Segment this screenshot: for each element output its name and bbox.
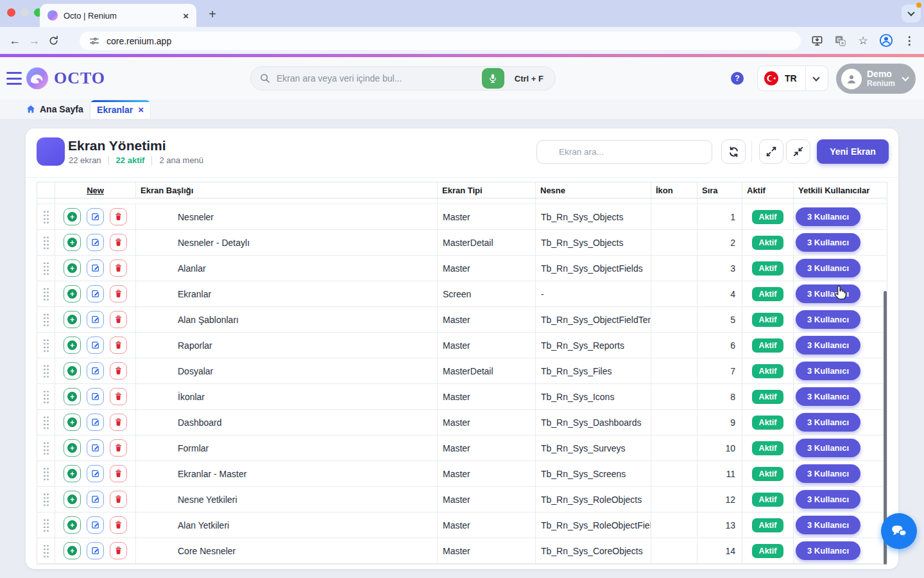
table-row[interactable]: + Dashboard Master Tb_Rn_Sys_Dashboards … (37, 410, 887, 435)
translate-icon[interactable]: G a (832, 32, 848, 49)
users-button[interactable]: 3 Kullanıcı (796, 516, 860, 534)
add-row-button[interactable]: + (64, 259, 81, 277)
edit-row-button[interactable] (87, 259, 104, 277)
new-screen-button[interactable]: Yeni Ekran (817, 139, 889, 164)
users-button[interactable]: 3 Kullanıcı (796, 285, 860, 303)
drag-handle-icon[interactable] (43, 544, 49, 558)
drag-handle-icon[interactable] (43, 338, 49, 353)
users-button[interactable]: 3 Kullanıcı (796, 310, 860, 329)
delete-row-button[interactable] (110, 234, 127, 251)
add-row-button[interactable]: + (64, 388, 81, 405)
add-row-button[interactable]: + (64, 491, 81, 508)
delete-row-button[interactable] (110, 208, 127, 225)
tab-close-icon[interactable]: × (138, 104, 144, 115)
table-row[interactable]: + Formlar Master Tb_Rn_Sys_Surveys 10 (37, 435, 887, 461)
delete-row-button[interactable] (110, 465, 127, 482)
drag-handle-icon[interactable] (43, 287, 49, 301)
browser-profile-avatar[interactable] (878, 32, 894, 49)
active-badge[interactable]: Aktif (752, 261, 784, 276)
edit-row-button[interactable] (87, 337, 104, 354)
active-badge[interactable]: Aktif (752, 338, 784, 353)
delete-row-button[interactable] (110, 259, 127, 277)
delete-row-button[interactable] (110, 491, 127, 508)
install-app-icon[interactable] (809, 32, 825, 49)
users-button[interactable]: 3 Kullanıcı (796, 413, 860, 432)
reload-button[interactable] (44, 31, 63, 50)
active-badge[interactable]: Aktif (752, 544, 784, 558)
address-bar[interactable]: core.renium.app (80, 31, 801, 50)
edit-row-button[interactable] (87, 311, 104, 328)
drag-handle-icon[interactable] (43, 493, 49, 507)
drag-handle-icon[interactable] (43, 261, 49, 276)
add-row-button[interactable]: + (64, 362, 81, 380)
users-button[interactable]: 3 Kullanıcı (796, 336, 860, 355)
drag-handle-icon[interactable] (43, 441, 49, 455)
collapse-button[interactable] (786, 139, 810, 164)
table-row[interactable]: + Ekranlar - Master Master Tb_Rn_Sys_Scr… (37, 461, 887, 487)
add-row-button[interactable]: + (64, 285, 81, 302)
hamburger-menu-icon[interactable] (6, 72, 22, 85)
users-button[interactable]: 3 Kullanıcı (796, 439, 860, 457)
delete-row-button[interactable] (110, 516, 127, 534)
drag-handle-icon[interactable] (43, 518, 49, 532)
users-button[interactable]: 3 Kullanıcı (796, 362, 860, 380)
add-row-button[interactable]: + (64, 337, 81, 354)
language-selector[interactable]: TR (757, 66, 828, 91)
new-tab-button[interactable]: + (204, 6, 221, 22)
user-profile-button[interactable]: Demo Renium (836, 64, 916, 94)
edit-row-button[interactable] (87, 208, 104, 225)
edit-row-button[interactable] (87, 439, 104, 457)
active-badge[interactable]: Aktif (752, 236, 784, 250)
users-button[interactable]: 3 Kullanıcı (796, 387, 860, 406)
global-search-input[interactable]: Ekran ara veya veri içinde bul... Ctrl +… (250, 66, 556, 91)
add-row-button[interactable]: + (64, 311, 81, 328)
browser-tab[interactable]: Octo | Renium × (40, 4, 196, 27)
list-search-input[interactable]: Ekran ara... (536, 140, 712, 164)
active-badge[interactable]: Aktif (752, 493, 784, 507)
drag-handle-icon[interactable] (43, 416, 49, 430)
table-row[interactable]: + Dosyalar MasterDetail Tb_Rn_Sys_Files … (37, 358, 887, 384)
active-badge[interactable]: Aktif (752, 287, 784, 301)
nav-active-tab-ekranlar[interactable]: Ekranlar × (90, 100, 151, 119)
edit-row-button[interactable] (87, 542, 104, 559)
active-badge[interactable]: Aktif (752, 416, 784, 430)
back-button[interactable]: ← (5, 31, 24, 50)
users-button[interactable]: 3 Kullanıcı (796, 464, 860, 483)
users-button[interactable]: 3 Kullanıcı (796, 490, 860, 509)
delete-row-button[interactable] (110, 542, 127, 559)
add-row-button[interactable]: + (64, 542, 81, 559)
active-badge[interactable]: Aktif (752, 441, 784, 455)
add-row-button[interactable]: + (64, 465, 81, 482)
active-badge[interactable]: Aktif (752, 313, 784, 327)
users-button[interactable]: 3 Kullanıcı (796, 233, 860, 252)
delete-row-button[interactable] (110, 362, 127, 380)
table-row[interactable]: + Ekranlar Screen - 4 Aktif (37, 281, 887, 307)
bookmark-star-icon[interactable]: ☆ (855, 32, 871, 49)
users-button[interactable]: 3 Kullanıcı (796, 541, 860, 560)
delete-row-button[interactable] (110, 285, 127, 302)
drag-handle-icon[interactable] (43, 313, 49, 327)
drag-handle-icon[interactable] (43, 364, 49, 378)
active-badge[interactable]: Aktif (752, 210, 784, 224)
active-badge[interactable]: Aktif (752, 467, 784, 481)
active-badge[interactable]: Aktif (752, 364, 784, 378)
edit-row-button[interactable] (87, 516, 104, 534)
site-settings-icon[interactable] (89, 35, 100, 47)
table-row[interactable]: + Raporlar Master Tb_Rn_Sys_Reports 6 (37, 333, 887, 358)
edit-row-button[interactable] (87, 362, 104, 380)
edit-row-button[interactable] (87, 285, 104, 302)
table-row[interactable]: + Nesneler - Detaylı MasterDetail Tb_Rn_… (37, 230, 887, 256)
delete-row-button[interactable] (110, 439, 127, 457)
minimize-window-button[interactable] (21, 8, 29, 17)
drag-handle-icon[interactable] (43, 236, 49, 250)
drag-handle-icon[interactable] (43, 390, 49, 404)
delete-row-button[interactable] (110, 337, 127, 354)
col-new[interactable]: New (55, 182, 136, 198)
add-row-button[interactable]: + (64, 208, 81, 225)
table-row[interactable]: + Nesne Yetkileri Master Tb_Rn_Sys_RoleO… (37, 487, 887, 512)
users-button[interactable]: 3 Kullanıcı (796, 207, 860, 226)
refresh-button[interactable] (721, 139, 746, 164)
chat-support-button[interactable] (881, 513, 917, 549)
edit-row-button[interactable] (87, 491, 104, 508)
table-row[interactable]: + Alan Şablonları Master Tb_Rn_Sys_Objec… (37, 307, 887, 333)
